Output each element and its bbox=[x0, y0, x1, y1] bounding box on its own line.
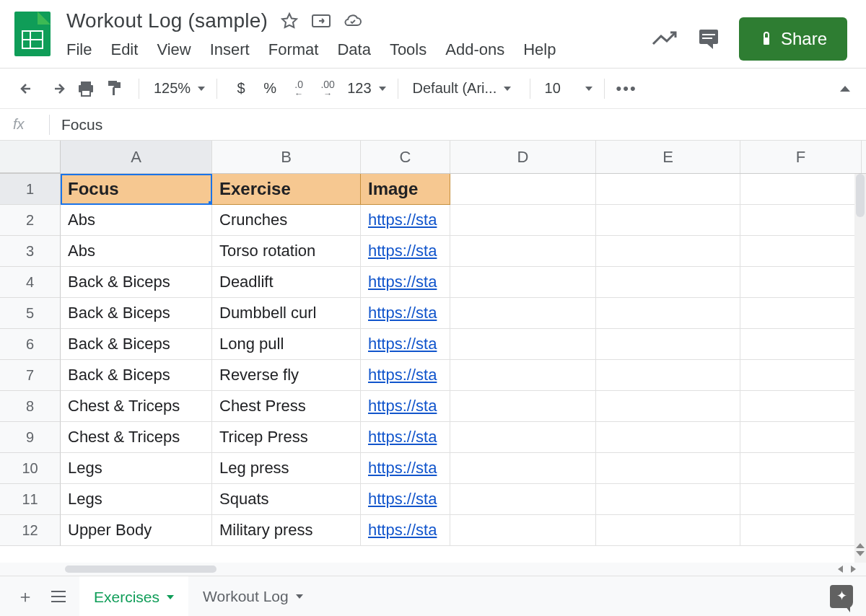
redo-icon[interactable] bbox=[45, 76, 69, 101]
cell-C7[interactable]: https://sta bbox=[361, 360, 450, 391]
cell-C4[interactable]: https://sta bbox=[361, 267, 450, 298]
cell-E12[interactable] bbox=[596, 515, 740, 546]
cell-C12[interactable]: https://sta bbox=[361, 515, 450, 546]
share-button[interactable]: Share bbox=[739, 17, 847, 61]
row-header[interactable]: 11 bbox=[0, 484, 61, 515]
row-header[interactable]: 2 bbox=[0, 205, 61, 236]
row-header[interactable]: 4 bbox=[0, 267, 61, 298]
row-header[interactable]: 6 bbox=[0, 329, 61, 360]
column-header-d[interactable]: D bbox=[450, 141, 596, 173]
sheets-logo-icon[interactable] bbox=[14, 12, 51, 56]
paint-format-icon[interactable] bbox=[102, 76, 127, 101]
row-header[interactable]: 5 bbox=[0, 298, 61, 329]
cell-E7[interactable] bbox=[596, 360, 740, 391]
cell-A8[interactable]: Chest & Triceps bbox=[61, 391, 212, 422]
cell-E10[interactable] bbox=[596, 453, 740, 484]
cell-D8[interactable] bbox=[450, 391, 596, 422]
cell-C11[interactable]: https://sta bbox=[361, 484, 450, 515]
cell-C5[interactable]: https://sta bbox=[361, 298, 450, 329]
cell-F7[interactable] bbox=[740, 360, 862, 391]
row-header[interactable]: 8 bbox=[0, 391, 61, 422]
cell-C8[interactable]: https://sta bbox=[361, 391, 450, 422]
cell-E8[interactable] bbox=[596, 391, 740, 422]
cell-E6[interactable] bbox=[596, 329, 740, 360]
cell-C2[interactable]: https://sta bbox=[361, 205, 450, 236]
explore-button[interactable]: ✦ bbox=[830, 585, 853, 608]
menu-data[interactable]: Data bbox=[337, 40, 370, 59]
column-header-e[interactable]: E bbox=[596, 141, 740, 173]
cell-C10[interactable]: https://sta bbox=[361, 453, 450, 484]
column-header-a[interactable]: A bbox=[61, 141, 212, 173]
cell-F10[interactable] bbox=[740, 453, 862, 484]
menu-format[interactable]: Format bbox=[268, 40, 319, 59]
cell-F8[interactable] bbox=[740, 391, 862, 422]
move-to-icon[interactable] bbox=[311, 11, 331, 31]
cell-E9[interactable] bbox=[596, 422, 740, 453]
row-header[interactable]: 10 bbox=[0, 453, 61, 484]
sheet-tab-exercises[interactable]: Exercises bbox=[79, 576, 188, 616]
cell-F2[interactable] bbox=[740, 205, 862, 236]
cell-A12[interactable]: Upper Body bbox=[61, 515, 212, 546]
cloud-status-icon[interactable] bbox=[343, 11, 363, 31]
cell-A4[interactable]: Back & Biceps bbox=[61, 267, 212, 298]
cell-D11[interactable] bbox=[450, 484, 596, 515]
format-percent-button[interactable]: % bbox=[258, 76, 282, 101]
cell-A9[interactable]: Chest & Triceps bbox=[61, 422, 212, 453]
cell-F11[interactable] bbox=[740, 484, 862, 515]
cell-E5[interactable] bbox=[596, 298, 740, 329]
cell-B11[interactable]: Squats bbox=[212, 484, 361, 515]
cell-D12[interactable] bbox=[450, 515, 596, 546]
cell-A7[interactable]: Back & Biceps bbox=[61, 360, 212, 391]
zoom-select[interactable]: 125% bbox=[151, 80, 205, 97]
column-header-b[interactable]: B bbox=[212, 141, 361, 173]
cell-D4[interactable] bbox=[450, 267, 596, 298]
cell-D1[interactable] bbox=[450, 174, 596, 205]
row-header[interactable]: 12 bbox=[0, 515, 61, 546]
cell-E1[interactable] bbox=[596, 174, 740, 205]
cell-B5[interactable]: Dumbbell curl bbox=[212, 298, 361, 329]
cell-A6[interactable]: Back & Biceps bbox=[61, 329, 212, 360]
row-header[interactable]: 3 bbox=[0, 236, 61, 267]
cell-C1[interactable]: Image bbox=[361, 174, 450, 205]
cell-F4[interactable] bbox=[740, 267, 862, 298]
select-all-corner[interactable] bbox=[0, 141, 61, 173]
cell-B2[interactable]: Crunches bbox=[212, 205, 361, 236]
cell-B4[interactable]: Deadlift bbox=[212, 267, 361, 298]
activity-icon[interactable] bbox=[651, 30, 678, 48]
cell-D2[interactable] bbox=[450, 205, 596, 236]
undo-icon[interactable] bbox=[16, 76, 40, 101]
document-title[interactable]: Workout Log (sample) bbox=[66, 9, 268, 32]
cell-A10[interactable]: Legs bbox=[61, 453, 212, 484]
cell-B12[interactable]: Military press bbox=[212, 515, 361, 546]
all-sheets-button[interactable] bbox=[46, 584, 71, 609]
cell-B6[interactable]: Long pull bbox=[212, 329, 361, 360]
cell-A1[interactable]: Focus bbox=[61, 174, 212, 205]
menu-view[interactable]: View bbox=[157, 40, 191, 59]
cell-D9[interactable] bbox=[450, 422, 596, 453]
cell-C3[interactable]: https://sta bbox=[361, 236, 450, 267]
cell-E2[interactable] bbox=[596, 205, 740, 236]
row-header[interactable]: 1 bbox=[0, 174, 61, 205]
comments-icon[interactable] bbox=[697, 27, 720, 50]
cell-F9[interactable] bbox=[740, 422, 862, 453]
cell-C9[interactable]: https://sta bbox=[361, 422, 450, 453]
cell-E3[interactable] bbox=[596, 236, 740, 267]
cell-D6[interactable] bbox=[450, 329, 596, 360]
cell-D10[interactable] bbox=[450, 453, 596, 484]
cell-F6[interactable] bbox=[740, 329, 862, 360]
cell-E11[interactable] bbox=[596, 484, 740, 515]
column-header-f[interactable]: F bbox=[740, 141, 862, 173]
menu-addons[interactable]: Add-ons bbox=[445, 40, 504, 59]
add-sheet-button[interactable]: ＋ bbox=[13, 584, 38, 609]
menu-help[interactable]: Help bbox=[523, 40, 556, 59]
row-header[interactable]: 9 bbox=[0, 422, 61, 453]
font-select[interactable]: Default (Ari... bbox=[410, 80, 518, 97]
cell-E4[interactable] bbox=[596, 267, 740, 298]
cell-B10[interactable]: Leg press bbox=[212, 453, 361, 484]
cell-D3[interactable] bbox=[450, 236, 596, 267]
cell-D5[interactable] bbox=[450, 298, 596, 329]
increase-decimal-button[interactable]: .00→ bbox=[315, 76, 340, 101]
vertical-scrollbar[interactable] bbox=[854, 174, 866, 563]
number-format-select[interactable]: 123 bbox=[344, 80, 385, 97]
cell-F3[interactable] bbox=[740, 236, 862, 267]
